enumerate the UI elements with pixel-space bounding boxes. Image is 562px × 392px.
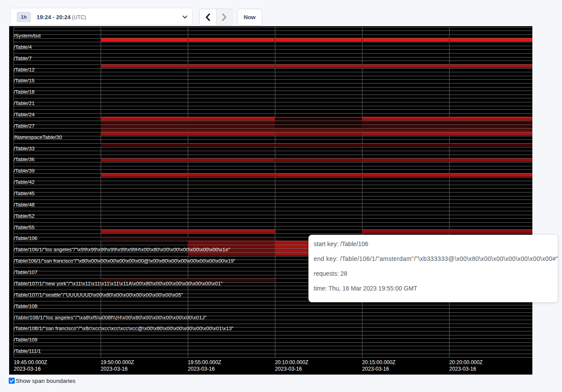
svg-text:/Table/45: /Table/45 [14, 190, 34, 196]
svg-text:20:10:00.000Z: 20:10:00.000Z [275, 359, 308, 365]
svg-text:/Table/27: /Table/27 [14, 123, 34, 129]
svg-text:/Table/106/1/"los angeles"/"\x: /Table/106/1/"los angeles"/"\x99\x99\x99… [14, 247, 230, 253]
svg-text:/Table/18: /Table/18 [14, 89, 34, 95]
svg-text:/Table/107/1/"seattle"/"UUUUUU: /Table/107/1/"seattle"/"UUUUUUD\x00\x80\… [14, 292, 183, 298]
svg-text:19:45:00.000Z: 19:45:00.000Z [14, 359, 47, 365]
svg-text:/Table/24: /Table/24 [14, 112, 34, 118]
svg-text:/NamespaceTable/30: /NamespaceTable/30 [14, 134, 62, 140]
svg-text:/Table/39: /Table/39 [14, 168, 34, 174]
svg-text:/Table/48: /Table/48 [14, 202, 34, 208]
svg-text:2023-03-16: 2023-03-16 [449, 365, 476, 372]
svg-text:/Table/12: /Table/12 [14, 67, 34, 73]
svg-text:/Table/107/1/"new york"/"\x11\: /Table/107/1/"new york"/"\x11\x11\x11\x1… [14, 280, 223, 287]
svg-text:/Table/106: /Table/106 [14, 235, 37, 241]
svg-text:2023-03-16: 2023-03-16 [275, 365, 302, 372]
svg-text:19:50:00.000Z: 19:50:00.000Z [101, 359, 134, 365]
svg-text:/Table/109: /Table/109 [14, 337, 37, 343]
svg-text:/Table/108/1/"san francisco"/": /Table/108/1/"san francisco"/"\x8c\xcc\x… [14, 325, 234, 331]
svg-text:19:55:00.000Z: 19:55:00.000Z [188, 359, 221, 365]
svg-text:/Table/52: /Table/52 [14, 213, 34, 219]
svg-text:/Table/55: /Table/55 [14, 224, 34, 230]
svg-text:2023-03-16: 2023-03-16 [188, 365, 215, 372]
svg-text:/Table/107: /Table/107 [14, 269, 37, 275]
svg-text:/Table/15: /Table/15 [14, 78, 34, 84]
svg-text:2023-03-16: 2023-03-16 [14, 365, 41, 372]
svg-text:/Table/33: /Table/33 [14, 145, 34, 152]
svg-text:/Table/21: /Table/21 [14, 100, 34, 106]
svg-text:20:20:00.000Z: 20:20:00.000Z [449, 359, 483, 365]
svg-text:2023-03-16: 2023-03-16 [362, 365, 389, 372]
svg-text:/Table/108/1/"los angeles"/"\x: /Table/108/1/"los angeles"/"\xa8\xf5\u00… [14, 314, 207, 321]
svg-text:/System/tsd: /System/tsd [14, 33, 41, 39]
svg-text:/Table/111/1: /Table/111/1 [14, 348, 41, 354]
svg-text:/Table/108: /Table/108 [14, 303, 37, 309]
svg-text:/Table/36: /Table/36 [14, 156, 34, 162]
svg-text:20:15:00.000Z: 20:15:00.000Z [362, 359, 396, 365]
svg-text:/Table/42: /Table/42 [14, 179, 34, 185]
svg-text:/Table/7: /Table/7 [14, 55, 31, 61]
svg-text:2023-03-16: 2023-03-16 [101, 365, 128, 372]
svg-text:/Table/106/1/"san francisco"/": /Table/106/1/"san francisco"/"\x80\x00\x… [14, 258, 235, 264]
svg-text:/Table/4: /Table/4 [14, 44, 32, 50]
